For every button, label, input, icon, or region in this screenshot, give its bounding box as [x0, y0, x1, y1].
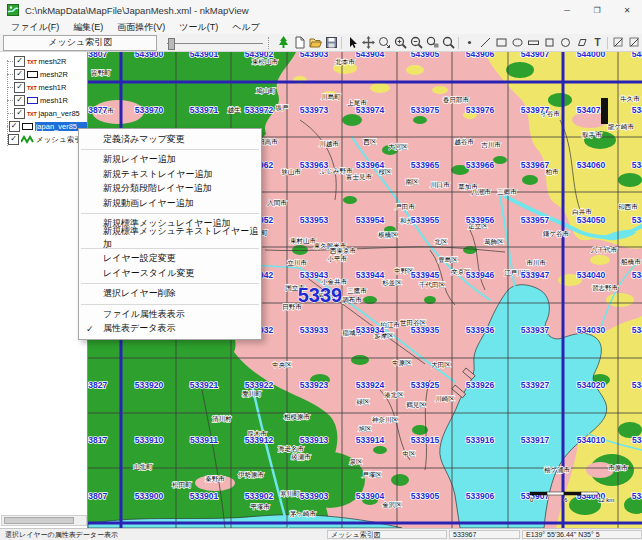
- edit-shape-1-icon[interactable]: [610, 35, 626, 51]
- zoom-lock-icon[interactable]: [424, 35, 440, 51]
- sidebar-horizontal-scrollbar[interactable]: [1, 515, 87, 526]
- zoom-icon[interactable]: [440, 35, 456, 51]
- mesh-code-label: 533920: [135, 380, 164, 390]
- status-bar: 選択レイヤーの属性表データー表示 メッシュ索引図 533967 E139° 55…: [0, 528, 642, 540]
- layer-checkbox[interactable]: ✓: [9, 121, 20, 132]
- city-label: 東村山市: [290, 237, 317, 245]
- layer-item-japan_ver85[interactable]: ✓japan_ver85: [0, 120, 87, 133]
- city-label: 入間市: [267, 199, 287, 207]
- maximize-button[interactable]: ❐: [582, 0, 612, 20]
- close-button[interactable]: ✕: [612, 0, 642, 20]
- menu-separator: [81, 213, 259, 214]
- context-menu-item[interactable]: レイヤー設定変更: [79, 252, 261, 267]
- mesh-code-label: 533923: [300, 380, 329, 390]
- layer-item-mesh2R[interactable]: ✓TXTmesh2R: [0, 55, 87, 68]
- square-icon[interactable]: [541, 35, 557, 51]
- mesh-code-label: 533964: [356, 160, 385, 170]
- mesh-code-label: 533910: [135, 435, 164, 445]
- mesh-code-label: 534041: [632, 270, 642, 280]
- city-label: 牛久市: [620, 95, 640, 102]
- minimize-button[interactable]: ─: [552, 0, 582, 20]
- city-label: 狭山市: [281, 168, 301, 175]
- context-menu-item[interactable]: 新規分類段階レイヤー追加: [79, 182, 261, 197]
- cursor-icon[interactable]: [344, 35, 360, 51]
- layer-checkbox[interactable]: ✓: [14, 56, 25, 67]
- mesh-code-label: 533877: [88, 105, 107, 115]
- line-icon[interactable]: [477, 35, 493, 51]
- layer-item-mesh1R[interactable]: ✓TXTmesh1R: [0, 81, 87, 94]
- mesh-index-map-button[interactable]: メッシュ索引図: [3, 35, 157, 51]
- context-menu-item[interactable]: 新規テキストレイヤー追加: [79, 167, 261, 182]
- scale-slider[interactable]: [165, 36, 265, 50]
- layer-checkbox[interactable]: ✓: [14, 108, 25, 119]
- mesh1-code-label: 5339: [298, 284, 343, 306]
- lasso-icon[interactable]: [376, 35, 392, 51]
- city-label: 神奈川区: [372, 416, 399, 423]
- text-icon[interactable]: T: [589, 35, 605, 51]
- city-label: 松田町: [172, 481, 192, 489]
- city-label: 中原区: [392, 359, 412, 366]
- new-file-icon[interactable]: [291, 35, 307, 51]
- layer-item-メッシュ索引図[interactable]: ✓メッシュ索引図: [0, 133, 87, 146]
- window-title: C:\nkMapData\MapFile\JapanMesh.xml - nkM…: [25, 5, 249, 16]
- parallelogram-icon[interactable]: [573, 35, 589, 51]
- city-label: 三郷市: [497, 188, 517, 195]
- tree-connector: [7, 100, 13, 101]
- menubar-item[interactable]: ヘルプ: [225, 21, 267, 34]
- context-menu-item[interactable]: ✓属性表データ表示: [79, 322, 261, 337]
- mesh-code-label: 543902: [245, 52, 274, 59]
- mesh-code-label: 534060: [577, 160, 606, 170]
- zoom-out-icon[interactable]: [408, 35, 424, 51]
- layer-checkbox[interactable]: ✓: [14, 95, 25, 106]
- mesh-code-label: 534031: [632, 325, 642, 335]
- mesh-code-label: 533946: [466, 270, 495, 280]
- mesh-code-label: 543904: [356, 52, 385, 59]
- mesh-code-label: 534061: [632, 160, 642, 170]
- slider-thumb[interactable]: [168, 38, 175, 50]
- city-label: 海老名市: [278, 445, 305, 453]
- context-menu-item[interactable]: 新規動画レイヤー追加: [79, 196, 261, 211]
- context-menu-item[interactable]: 新規標準メッシュテキストレイヤー追加: [79, 231, 261, 246]
- point-icon[interactable]: [461, 35, 477, 51]
- mesh-code-label: 533936: [466, 325, 495, 335]
- mesh-code-label: 533827: [88, 380, 107, 390]
- tree-icon[interactable]: [275, 35, 291, 51]
- layer-checkbox[interactable]: ✓: [14, 82, 25, 93]
- mesh-code-label: 533917: [521, 435, 550, 445]
- rect-wide-icon[interactable]: [525, 35, 541, 51]
- menubar-item[interactable]: 編集(E): [66, 21, 110, 34]
- context-menu-item[interactable]: 選択レイヤー削除: [79, 287, 261, 302]
- circle-icon[interactable]: [557, 35, 573, 51]
- context-menu-item[interactable]: ファイル属性表表示: [79, 307, 261, 322]
- menubar-item[interactable]: ツール(T): [172, 21, 225, 34]
- check-icon: ✓: [86, 324, 94, 334]
- menubar-item[interactable]: ファイル(F): [4, 21, 66, 34]
- mesh-code-label: 534071: [632, 105, 642, 115]
- rect-icon[interactable]: [493, 35, 509, 51]
- pan-icon[interactable]: [360, 35, 376, 51]
- city-label: 秦野市: [205, 475, 225, 482]
- city-label: 相模原市: [283, 413, 311, 421]
- menubar-item[interactable]: 画面操作(V): [110, 21, 172, 34]
- menu-separator: [81, 304, 259, 305]
- city-label: 茅ヶ崎市: [289, 510, 317, 517]
- context-menu-item[interactable]: レイヤースタイル変更: [79, 266, 261, 281]
- context-menu-item[interactable]: 新規レイヤー追加: [79, 153, 261, 168]
- ellipse-icon[interactable]: [509, 35, 525, 51]
- layer-checkbox[interactable]: ✓: [14, 69, 25, 80]
- city-label: 八潮市: [471, 188, 491, 196]
- context-menu-item[interactable]: 定義済みマップ変更: [79, 132, 261, 147]
- layer-item-mesh2R[interactable]: ✓mesh2R: [0, 68, 87, 81]
- layer-item-japan_ver85[interactable]: ✓TXTjapan_ver85: [0, 107, 87, 120]
- sidebar-scrollbar-thumb[interactable]: [4, 517, 74, 524]
- layer-item-mesh1R[interactable]: ✓mesh1R: [0, 94, 87, 107]
- save-icon[interactable]: [323, 35, 339, 51]
- mesh-code-label: 533970: [135, 105, 164, 115]
- layer-checkbox[interactable]: ✓: [8, 134, 19, 145]
- edit-shape-2-icon[interactable]: [626, 35, 642, 51]
- mesh-code-label: 533906: [466, 491, 495, 501]
- open-folder-icon[interactable]: [307, 35, 323, 51]
- mesh-code-label: 544000: [577, 52, 606, 59]
- city-label: 調布市: [342, 296, 362, 303]
- zoom-in-icon[interactable]: [392, 35, 408, 51]
